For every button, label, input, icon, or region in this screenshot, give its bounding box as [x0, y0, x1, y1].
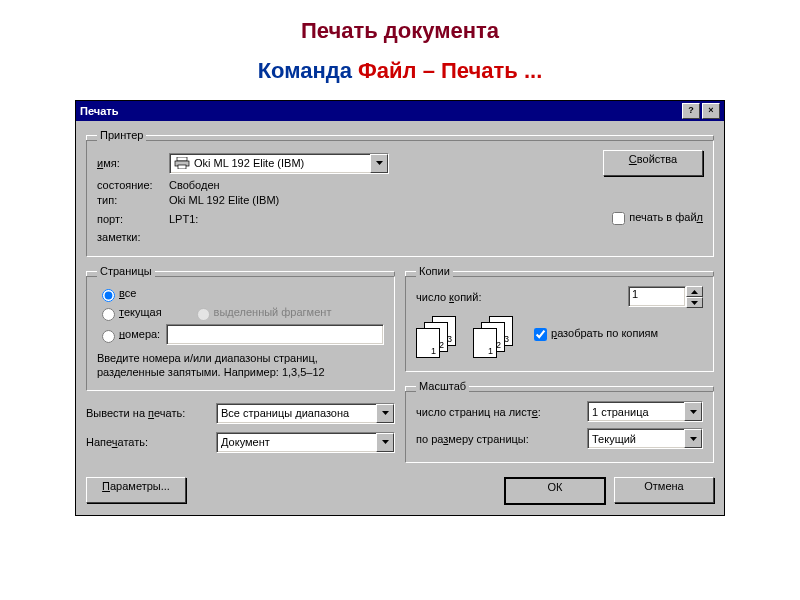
- printer-legend: Принтер: [97, 129, 146, 141]
- properties-button[interactable]: Свойства: [603, 150, 703, 176]
- chevron-down-icon[interactable]: [376, 433, 394, 452]
- collate-checkbox[interactable]: разобрать по копиям: [530, 325, 658, 344]
- collate-input[interactable]: [534, 328, 547, 341]
- fit-label: по размеру страницы:: [416, 433, 587, 445]
- ok-button[interactable]: ОК: [504, 477, 606, 505]
- copies-spinner[interactable]: 1: [628, 286, 703, 308]
- collate-illustration-1: 3 2 1: [416, 316, 461, 358]
- cancel-button[interactable]: Отмена: [614, 477, 714, 503]
- pages-group: Страницы все текущая выделенный фрагмент…: [86, 265, 395, 391]
- spin-up-icon[interactable]: [686, 286, 703, 297]
- dialog-title: Печать: [80, 105, 680, 117]
- print-to-file-checkbox[interactable]: печать в файл: [608, 209, 703, 228]
- print-combo[interactable]: Документ: [216, 432, 395, 453]
- printer-icon: [174, 157, 190, 169]
- print-dialog: Печать ? × Принтер имя: Oki ML 192 Elite…: [75, 100, 725, 516]
- print-label: Напечатать:: [86, 436, 216, 448]
- print-to-file-input[interactable]: [612, 212, 625, 225]
- chevron-down-icon[interactable]: [376, 404, 394, 423]
- help-button[interactable]: ?: [682, 103, 700, 119]
- printer-group: Принтер имя: Oki ML 192 Elite (IBM) Свой…: [86, 129, 714, 257]
- radio-selection: выделенный фрагмент: [192, 305, 332, 321]
- radio-current[interactable]: текущая: [97, 305, 162, 321]
- pages-per-sheet-combo[interactable]: 1 страница: [587, 401, 703, 422]
- status-label: состояние:: [97, 179, 169, 191]
- svg-rect-2: [178, 165, 186, 169]
- close-button[interactable]: ×: [702, 103, 720, 119]
- copies-count-label: число копий:: [416, 291, 628, 303]
- notes-label: заметки:: [97, 231, 169, 243]
- radio-numbers[interactable]: номера:: [97, 327, 160, 343]
- port-value: LPT1:: [169, 213, 198, 225]
- radio-current-input[interactable]: [102, 308, 115, 321]
- header-subtitle: Команда Файл – Печать ...: [0, 58, 800, 84]
- type-label: тип:: [97, 194, 169, 206]
- copies-legend: Копии: [416, 265, 453, 277]
- name-label: имя:: [97, 157, 169, 169]
- scale-legend: Масштаб: [416, 380, 469, 392]
- radio-all-input[interactable]: [102, 289, 115, 302]
- radio-numbers-input[interactable]: [102, 330, 115, 343]
- type-value: Oki ML 192 Elite (IBM): [169, 194, 279, 206]
- slide-header: Печать документа Команда Файл – Печать .…: [0, 0, 800, 88]
- collate-label: разобрать по копиям: [551, 327, 658, 339]
- pages-per-sheet-label: число страниц на листе:: [416, 406, 587, 418]
- copies-group: Копии число копий: 1 3: [405, 265, 714, 372]
- status-value: Свободен: [169, 179, 220, 191]
- pages-per-sheet-value: 1 страница: [592, 406, 684, 418]
- copies-value[interactable]: 1: [628, 286, 686, 307]
- print-value: Документ: [221, 436, 376, 448]
- chevron-down-icon[interactable]: [684, 402, 702, 421]
- print-what-value: Все страницы диапазона: [221, 407, 376, 419]
- options-button[interactable]: Параметры...: [86, 477, 186, 503]
- chevron-down-icon[interactable]: [370, 154, 388, 173]
- svg-rect-0: [177, 157, 187, 161]
- port-label: порт:: [97, 213, 169, 225]
- print-what-label: Вывести на печать:: [86, 407, 216, 419]
- collate-illustration-2: 3 2 1: [473, 316, 518, 358]
- radio-all[interactable]: все: [97, 286, 136, 302]
- scale-group: Масштаб число страниц на листе: 1 страни…: [405, 380, 714, 463]
- titlebar[interactable]: Печать ? ×: [76, 101, 724, 121]
- page-numbers-input[interactable]: [166, 324, 384, 345]
- print-what-combo[interactable]: Все страницы диапазона: [216, 403, 395, 424]
- printer-name-value: Oki ML 192 Elite (IBM): [194, 157, 370, 169]
- pages-legend: Страницы: [97, 265, 155, 277]
- spin-down-icon[interactable]: [686, 297, 703, 308]
- header-title: Печать документа: [0, 18, 800, 44]
- printer-name-combo[interactable]: Oki ML 192 Elite (IBM): [169, 153, 389, 174]
- pages-hint: Введите номера и/или диапазоны страниц, …: [97, 351, 384, 380]
- fit-value: Текущий: [592, 433, 684, 445]
- chevron-down-icon[interactable]: [684, 429, 702, 448]
- radio-selection-input: [197, 308, 210, 321]
- print-to-file-label: печать в файл: [629, 211, 703, 223]
- fit-combo[interactable]: Текущий: [587, 428, 703, 449]
